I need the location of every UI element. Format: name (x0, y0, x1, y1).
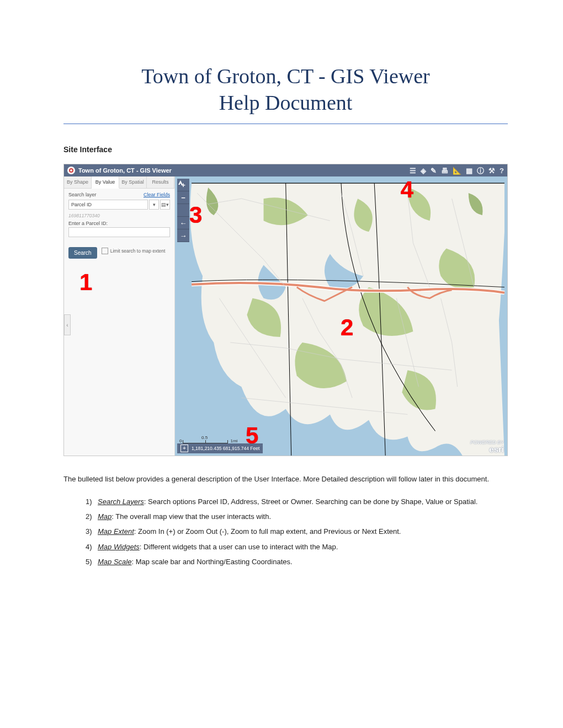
panel-collapse-handle[interactable]: ‹ (64, 314, 71, 335)
app-body: By Shape By Value By Spatial Results Sea… (64, 176, 507, 456)
search-panel: By Shape By Value By Spatial Results Sea… (64, 176, 175, 456)
print-icon[interactable]: 🖶 (441, 167, 448, 174)
app-titlebar: Town of Groton, CT - GIS Viewer ☰ ◈ ✎ 🖶 … (64, 164, 507, 176)
limit-extent-option[interactable]: Limit search to map extent (102, 248, 166, 254)
map-svg (175, 176, 507, 456)
search-button[interactable]: Search (68, 247, 97, 259)
document-title: Town of Groton, CT - GIS Viewer Help Doc… (63, 63, 508, 124)
title-line-2: Help Document (219, 91, 353, 114)
list-term: Map (98, 512, 111, 521)
scale-tick-end: 1mi (230, 438, 237, 443)
callout-1: 1 (79, 269, 92, 296)
next-extent-button[interactable]: → (177, 229, 189, 242)
coordinates-bar: + 1,181,210.435 681,915.744 Feet (177, 443, 263, 453)
grid-icon[interactable]: ▦ (466, 167, 472, 174)
tab-results[interactable]: Results (147, 176, 174, 188)
map-nav-controls: + − ← → (177, 179, 189, 242)
prev-extent-button[interactable]: ← (177, 217, 189, 229)
tab-by-value[interactable]: By Value (92, 176, 119, 189)
measure-icon[interactable]: 📐 (453, 167, 461, 174)
coord-expand-icon[interactable]: + (180, 445, 188, 452)
esri-logo-text: esri (470, 445, 504, 453)
list-term: Search Layers (98, 497, 144, 506)
scale-tick-mid: 0.5 (201, 435, 208, 440)
tab-by-shape[interactable]: By Shape (64, 176, 92, 188)
limit-extent-label: Limit search to map extent (110, 248, 166, 254)
list-item: 5) Map Scale: Map scale bar and Northing… (86, 554, 508, 569)
list-item: 3) Map Extent: Zoom In (+) or Zoom Out (… (86, 524, 508, 539)
tools-icon[interactable]: ⚒ (488, 167, 495, 174)
esri-attribution: POWERED BY esri (470, 440, 504, 453)
list-item: 1) Search Layers: Search options Parcel … (86, 494, 508, 509)
layers-icon[interactable]: ◈ (421, 167, 426, 174)
parcel-hint: 169811770340 (68, 213, 170, 218)
title-line-1: Town of Groton, CT - GIS Viewer (141, 65, 429, 88)
scale-bar: 0 0.5 1mi (178, 438, 237, 443)
map-canvas[interactable]: + − ← → 3 2 4 5 0 0.5 1m (175, 176, 507, 456)
list-term: Map Widgets (98, 543, 140, 551)
clear-fields-link[interactable]: Clear Fields (144, 192, 170, 197)
list-term: Map Extent (98, 527, 134, 536)
widgets-toolbar: ☰ ◈ ✎ 🖶 📐 ▦ ⓘ ⚒ ? (410, 164, 504, 176)
search-tabs: By Shape By Value By Spatial Results (64, 176, 174, 189)
info-icon[interactable]: ⓘ (477, 167, 484, 174)
intro-paragraph: The bulleted list below provides a gener… (63, 472, 508, 486)
section-heading: Site Interface (63, 145, 508, 154)
full-extent-button[interactable] (177, 204, 189, 217)
app-logo-icon (67, 167, 75, 174)
help-icon[interactable]: ? (500, 167, 504, 174)
list-term: Map Scale (98, 558, 131, 566)
layer-options-icon[interactable]: ▤▾ (160, 200, 170, 210)
list-item: 4) Map Widgets: Different widgets that a… (86, 539, 508, 554)
interface-list: 1) Search Layers: Search options Parcel … (63, 494, 508, 569)
search-form: Search layer Clear Fields Parcel ID ▾ ▤▾… (64, 189, 174, 262)
parcel-id-input[interactable] (68, 227, 170, 237)
legend-icon[interactable]: ☰ (410, 167, 416, 174)
coord-text: 1,181,210.435 681,915.744 Feet (192, 446, 259, 451)
checkbox-icon[interactable] (102, 248, 108, 254)
app-title: Town of Groton, CT - GIS Viewer (78, 167, 172, 174)
zoom-out-button[interactable]: − (177, 191, 189, 204)
scale-tick-0: 0 (179, 438, 182, 443)
search-layer-label: Search layer (68, 192, 97, 197)
draw-icon[interactable]: ✎ (431, 167, 437, 174)
layer-dropdown-icon[interactable]: ▾ (149, 200, 159, 210)
app-screenshot-figure: Town of Groton, CT - GIS Viewer ☰ ◈ ✎ 🖶 … (63, 164, 508, 456)
document-page: Town of Groton, CT - GIS Viewer Help Doc… (0, 0, 563, 728)
svg-rect-0 (180, 184, 181, 185)
tab-by-spatial[interactable]: By Spatial (119, 176, 147, 188)
layer-select[interactable]: Parcel ID (68, 200, 148, 210)
parcel-input-label: Enter a Parcel ID: (68, 221, 108, 226)
list-item: 2) Map: The overall map view that the us… (86, 509, 508, 524)
